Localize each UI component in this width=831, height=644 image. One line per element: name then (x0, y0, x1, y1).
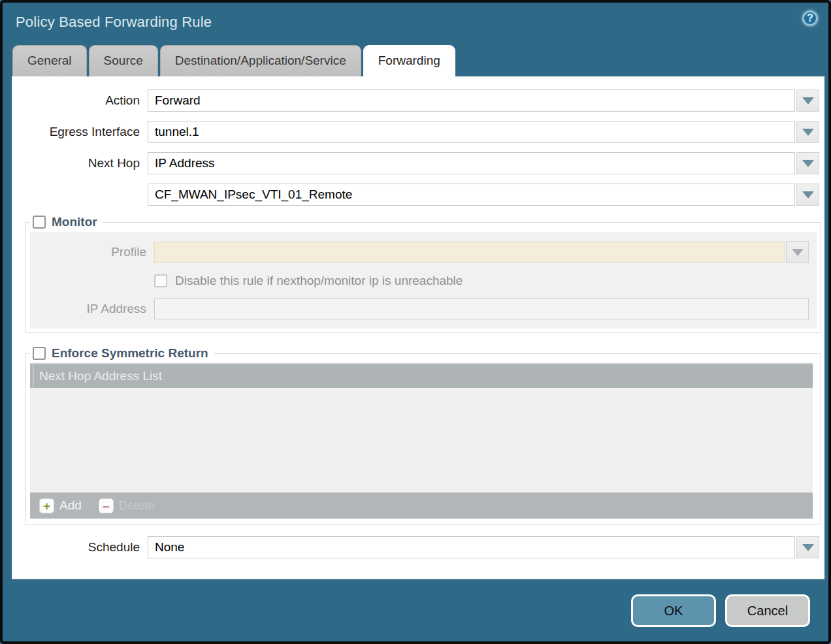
ok-button[interactable]: OK (631, 594, 716, 627)
next-hop-address-list-body (30, 388, 813, 492)
tab-general[interactable]: General (12, 45, 87, 76)
chevron-down-icon (792, 249, 804, 256)
chevron-down-icon (802, 129, 814, 136)
add-button-label: Add (59, 498, 82, 513)
monitor-profile-label: Profile (30, 245, 154, 259)
next-hop-address-row (12, 184, 819, 206)
dialog-title: Policy Based Forwarding Rule (16, 14, 212, 31)
next-hop-row: Next Hop (12, 152, 819, 174)
action-input[interactable] (148, 89, 795, 112)
monitor-ip-address-row: IP Address (30, 298, 809, 319)
schedule-label: Schedule (12, 540, 148, 555)
schedule-row: Schedule (12, 536, 819, 558)
schedule-dropdown-button[interactable] (796, 536, 819, 558)
dialog-titlebar: Policy Based Forwarding Rule ? (3, 3, 828, 42)
cancel-button[interactable]: Cancel (725, 594, 810, 627)
monitor-profile-row: Profile (30, 241, 809, 263)
egress-interface-input[interactable] (148, 121, 795, 143)
add-button[interactable]: + Add (39, 498, 82, 513)
next-hop-address-dropdown-button[interactable] (796, 184, 819, 206)
tab-forwarding[interactable]: Forwarding (363, 45, 455, 76)
delete-button[interactable]: – Delete (99, 498, 155, 513)
monitor-panel: Profile Disable this rule if nexthop/mon… (30, 232, 817, 329)
forwarding-tab-panel: Action Egress Interface Next Hop (12, 76, 824, 579)
next-hop-address-list-header: Next Hop Address List (30, 363, 813, 388)
monitor-legend-label: Monitor (52, 215, 97, 229)
schedule-input[interactable] (148, 536, 795, 558)
next-hop-address-input[interactable] (148, 184, 795, 206)
chevron-down-icon (802, 97, 814, 105)
monitor-profile-dropdown-button (786, 241, 809, 263)
next-hop-label: Next Hop (12, 156, 148, 170)
next-hop-type-input[interactable] (148, 152, 795, 174)
symmetric-return-fieldset: Enforce Symmetric Return Next Hop Addres… (25, 346, 821, 524)
help-icon[interactable]: ? (802, 10, 818, 26)
symmetric-return-checkbox[interactable] (33, 347, 46, 360)
action-dropdown-button[interactable] (796, 89, 819, 112)
monitor-fieldset: Monitor Profile Disable this rule if nex… (25, 215, 821, 333)
disable-rule-label: Disable this rule if nexthop/monitor ip … (175, 274, 463, 288)
egress-interface-row: Egress Interface (12, 121, 819, 143)
monitor-ip-address-input (154, 298, 809, 319)
chevron-down-icon (802, 160, 814, 167)
monitor-checkbox[interactable] (33, 216, 46, 229)
chevron-down-icon (802, 544, 814, 551)
egress-interface-dropdown-button[interactable] (796, 121, 819, 143)
action-label: Action (12, 93, 148, 108)
tab-destination-application-service[interactable]: Destination/Application/Service (160, 45, 361, 76)
chevron-down-icon (802, 191, 814, 199)
monitor-legend: Monitor (30, 215, 103, 229)
monitor-profile-input (154, 242, 785, 263)
next-hop-address-list-footer: + Add – Delete (30, 492, 813, 519)
delete-minus-icon: – (99, 498, 114, 513)
delete-button-label: Delete (119, 498, 155, 513)
next-hop-address-list-table: Next Hop Address List + Add – Delete (30, 363, 813, 519)
egress-interface-label: Egress Interface (12, 125, 148, 139)
action-row: Action (12, 89, 819, 112)
tab-source[interactable]: Source (89, 45, 158, 76)
next-hop-type-dropdown-button[interactable] (796, 152, 819, 174)
symmetric-return-legend: Enforce Symmetric Return (30, 346, 214, 361)
dialog-footer: OK Cancel (631, 594, 810, 627)
tab-bar: General Source Destination/Application/S… (3, 42, 828, 76)
disable-rule-checkbox[interactable] (154, 274, 167, 287)
monitor-ip-address-label: IP Address (30, 302, 154, 316)
add-plus-icon: + (39, 498, 54, 513)
symmetric-return-legend-label: Enforce Symmetric Return (52, 346, 208, 361)
disable-rule-row: Disable this rule if nexthop/monitor ip … (154, 274, 813, 288)
